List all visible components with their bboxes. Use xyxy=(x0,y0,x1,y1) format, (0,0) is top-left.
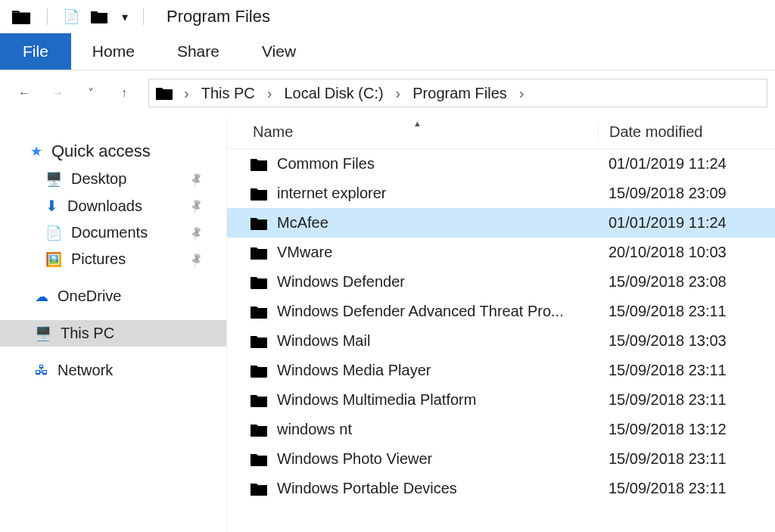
properties-icon[interactable]: 📄 xyxy=(63,8,79,25)
ribbon-tabs: File Home Share View xyxy=(0,33,775,70)
file-row-list: Common Files01/01/2019 11:24internet exp… xyxy=(227,149,775,503)
nav-history-dropdown[interactable]: ˅ xyxy=(82,84,100,102)
nav-back-button[interactable]: ← xyxy=(15,84,33,102)
chevron-right-icon[interactable]: › xyxy=(261,85,279,102)
sort-ascending-icon: ▲ xyxy=(413,119,422,128)
sidebar-item-label: Quick access xyxy=(51,142,151,161)
chevron-right-icon[interactable]: › xyxy=(178,85,195,102)
folder-icon xyxy=(250,334,268,349)
sidebar-item-label: This PC xyxy=(61,325,114,342)
qat-dropdown-icon[interactable]: ▾ xyxy=(122,10,128,24)
sidebar-item-downloads[interactable]: ⬇ Downloads xyxy=(0,192,226,219)
folder-icon xyxy=(250,422,268,437)
star-icon: ★ xyxy=(30,143,42,160)
column-header-date[interactable]: Date modified xyxy=(598,123,775,141)
folder-icon xyxy=(250,393,268,408)
table-row[interactable]: Common Files01/01/2019 11:24 xyxy=(227,149,775,179)
folder-icon xyxy=(250,452,268,467)
file-name: internet explorer xyxy=(277,185,387,202)
navigation-pane: ★ Quick access 🖥️ Desktop ⬇ Downloads 📄 … xyxy=(0,116,227,532)
file-name: Windows Portable Devices xyxy=(277,480,457,497)
titlebar: 📄 ▾ Program Files xyxy=(0,0,775,33)
file-date: 01/01/2019 11:24 xyxy=(598,155,775,173)
column-header-label: Date modified xyxy=(609,123,702,140)
ribbon-tab-file[interactable]: File xyxy=(0,33,71,70)
this-pc-icon: 🖥️ xyxy=(35,325,51,342)
file-date: 15/09/2018 23:11 xyxy=(598,391,775,409)
table-row[interactable]: Windows Media Player15/09/2018 23:11 xyxy=(227,356,775,385)
table-row[interactable]: Windows Multimedia Platform15/09/2018 23… xyxy=(227,385,775,415)
file-date: 15/09/2018 23:11 xyxy=(598,362,775,379)
table-row[interactable]: Windows Defender Advanced Threat Pro...1… xyxy=(227,297,775,326)
folder-icon xyxy=(250,363,268,378)
folder-icon xyxy=(250,304,268,319)
table-row[interactable]: windows nt15/09/2018 13:12 xyxy=(227,415,775,444)
sidebar-item-label: Desktop xyxy=(71,170,126,188)
folder-icon xyxy=(250,186,268,201)
nav-forward-button[interactable]: → xyxy=(48,84,67,102)
sidebar-this-pc[interactable]: 🖥️ This PC xyxy=(0,320,226,347)
file-name: Windows Multimedia Platform xyxy=(277,391,476,409)
onedrive-icon: ☁ xyxy=(35,288,48,305)
file-name: Windows Photo Viewer xyxy=(277,450,432,468)
table-row[interactable]: VMware20/10/2018 10:03 xyxy=(227,238,775,267)
sidebar-item-label: Pictures xyxy=(71,250,126,268)
file-date: 15/09/2018 23:11 xyxy=(598,303,775,320)
sidebar-item-label: Network xyxy=(58,362,113,379)
pictures-icon: 🖼️ xyxy=(45,251,62,268)
table-row[interactable]: internet explorer15/09/2018 23:09 xyxy=(227,179,775,208)
navigation-row: ← → ˅ ↑ › This PC › Local Disk (C:) › Pr… xyxy=(0,70,775,116)
main-area: ★ Quick access 🖥️ Desktop ⬇ Downloads 📄 … xyxy=(0,116,775,532)
file-name: Windows Defender Advanced Threat Pro... xyxy=(277,303,564,320)
titlebar-divider-2 xyxy=(143,8,144,25)
breadcrumb-this-pc[interactable]: This PC xyxy=(200,85,257,102)
documents-icon: 📄 xyxy=(45,225,62,241)
new-folder-icon[interactable] xyxy=(90,9,108,24)
column-header-name[interactable]: ▲ Name xyxy=(227,123,598,141)
table-row[interactable]: Windows Mail15/09/2018 13:03 xyxy=(227,326,775,356)
address-bar[interactable]: › This PC › Local Disk (C:) › Program Fi… xyxy=(148,79,767,107)
chevron-right-icon[interactable]: › xyxy=(513,85,531,102)
file-name: Windows Media Player xyxy=(277,362,431,379)
file-date: 15/09/2018 23:11 xyxy=(598,450,775,468)
sidebar-item-pictures[interactable]: 🖼️ Pictures xyxy=(0,246,226,272)
chevron-right-icon[interactable]: › xyxy=(390,85,407,102)
column-header-label: Name xyxy=(253,123,293,140)
table-row[interactable]: Windows Photo Viewer15/09/2018 23:11 xyxy=(227,444,775,474)
table-row[interactable]: McAfee01/01/2019 11:24 xyxy=(227,208,775,238)
folder-icon xyxy=(250,245,268,260)
file-date: 15/09/2018 23:08 xyxy=(598,273,775,291)
sidebar-item-desktop[interactable]: 🖥️ Desktop xyxy=(0,166,226,192)
file-date: 15/09/2018 13:03 xyxy=(598,332,775,350)
desktop-icon: 🖥️ xyxy=(45,171,62,188)
file-name: windows nt xyxy=(277,421,352,438)
column-header: ▲ Name Date modified xyxy=(227,116,775,149)
file-name: Windows Defender xyxy=(277,273,405,291)
sidebar-item-label: Documents xyxy=(71,224,148,241)
table-row[interactable]: Windows Portable Devices15/09/2018 23:11 xyxy=(227,474,775,503)
address-bar-folder-icon xyxy=(155,86,173,101)
folder-icon xyxy=(250,216,268,231)
sidebar-network[interactable]: 🖧 Network xyxy=(0,357,226,384)
file-date: 15/09/2018 23:09 xyxy=(598,185,775,202)
window-title: Program Files xyxy=(159,7,270,26)
file-date: 01/01/2019 11:24 xyxy=(598,214,775,232)
ribbon-tab-share[interactable]: Share xyxy=(156,33,241,70)
table-row[interactable]: Windows Defender15/09/2018 23:08 xyxy=(227,267,775,297)
network-icon: 🖧 xyxy=(35,362,48,378)
sidebar-item-documents[interactable]: 📄 Documents xyxy=(0,219,226,246)
nav-up-button[interactable]: ↑ xyxy=(115,84,133,102)
sidebar-item-label: OneDrive xyxy=(58,288,121,305)
sidebar-onedrive[interactable]: ☁ OneDrive xyxy=(0,283,226,310)
file-name: McAfee xyxy=(277,214,328,232)
ribbon-tab-view[interactable]: View xyxy=(241,33,317,70)
quick-access-toolbar: 📄 ▾ xyxy=(63,8,128,25)
ribbon-tab-home[interactable]: Home xyxy=(71,33,156,70)
folder-icon xyxy=(250,157,268,172)
breadcrumb-program-files[interactable]: Program Files xyxy=(411,85,508,102)
sidebar-quick-access[interactable]: ★ Quick access xyxy=(0,137,226,166)
breadcrumb-local-disk[interactable]: Local Disk (C:) xyxy=(282,85,384,102)
file-date: 15/09/2018 13:12 xyxy=(598,421,775,438)
file-date: 20/10/2018 10:03 xyxy=(598,244,775,261)
app-folder-icon xyxy=(11,8,32,25)
